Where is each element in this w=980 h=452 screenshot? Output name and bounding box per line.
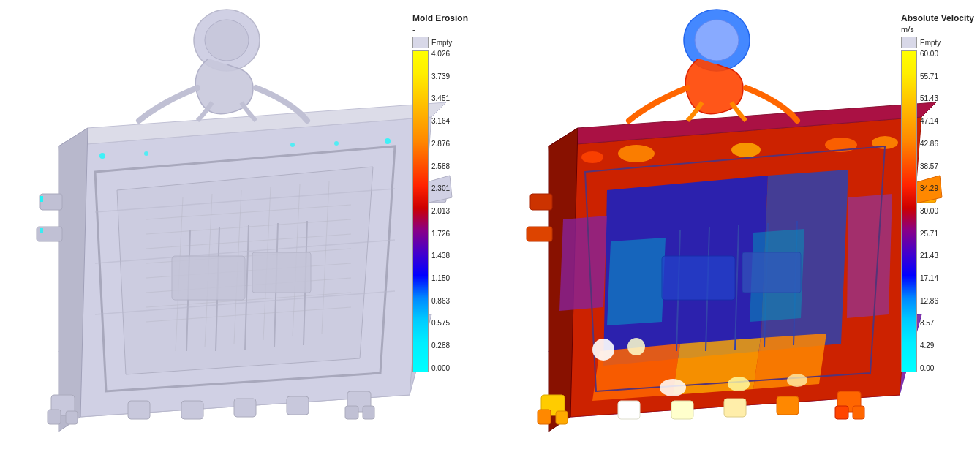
colorbar-label: 0.00 [920,365,938,372]
svg-rect-79 [530,194,552,210]
colorbar-label: 2.588 [431,163,450,170]
svg-point-45 [334,141,339,146]
colorbar-label: 60.00 [920,50,938,58]
left-empty-swatch [412,37,429,48]
svg-rect-93 [724,399,746,417]
svg-rect-80 [527,227,552,241]
colorbar-label: 1.438 [431,252,450,260]
right-empty-label: Empty [920,39,941,47]
svg-point-46 [385,138,391,144]
svg-marker-69 [559,216,607,311]
svg-point-6 [205,20,249,61]
right-colorbar-gradient [901,50,917,372]
svg-rect-33 [48,410,61,424]
colorbar-label: 38.57 [920,163,938,170]
svg-rect-90 [556,411,568,424]
colorbar-label: 25.71 [920,230,938,238]
svg-point-83 [592,339,614,361]
colorbar-label: 51.43 [920,95,938,102]
right-empty-box: Empty [901,37,941,48]
right-colorbar: Absolute Velocity m/s Empty 60.0055.7151… [901,13,974,372]
main-container: Mold Erosion - Empty 4.0263.7393.4513.16… [0,0,980,452]
colorbar-label: 4.026 [431,50,450,58]
svg-rect-40 [345,406,358,419]
svg-marker-98 [607,238,666,325]
svg-rect-49 [172,256,245,300]
svg-point-87 [787,374,807,387]
svg-point-62 [731,143,761,157]
svg-point-44 [290,143,295,147]
left-colorbar-labels: 4.0263.7393.4513.1642.8762.5882.3012.013… [429,50,450,372]
colorbar-label: 2.301 [431,185,450,192]
svg-point-61 [618,145,655,162]
svg-rect-37 [234,399,256,417]
right-colorbar-labels: 60.0055.7151.4347.1442.8638.5734.2930.00… [917,50,938,372]
colorbar-label: 2.013 [431,208,450,215]
left-colorbar-subtitle: - [412,25,415,34]
svg-point-84 [627,338,645,355]
colorbar-label: 0.863 [431,298,450,305]
colorbar-label: 1.726 [431,230,450,238]
svg-point-43 [144,151,148,156]
svg-point-72 [695,20,739,61]
svg-rect-97 [853,406,864,419]
colorbar-label: 12.86 [920,298,938,305]
svg-rect-34 [66,411,78,424]
svg-rect-28 [40,194,62,210]
colorbar-label: 2.876 [431,140,450,148]
colorbar-label: 3.739 [431,73,450,80]
colorbar-label: 3.164 [431,118,450,125]
colorbar-label: 34.29 [920,185,938,192]
svg-rect-96 [835,406,848,419]
right-colorbar-subtitle: m/s [901,25,914,34]
svg-rect-101 [742,252,801,293]
svg-rect-36 [181,401,203,419]
colorbar-label: 42.86 [920,140,938,148]
svg-rect-48 [40,228,43,233]
colorbar-label: 55.71 [920,73,938,80]
left-colorbar: Mold Erosion - Empty 4.0263.7393.4513.16… [412,13,468,372]
svg-rect-41 [363,406,374,419]
svg-point-86 [728,377,750,391]
svg-point-85 [660,379,686,396]
svg-rect-91 [618,401,640,419]
colorbar-label: 0.288 [431,342,450,350]
colorbar-label: 3.451 [431,95,450,102]
svg-rect-94 [777,396,799,415]
colorbar-label: 8.57 [920,320,938,327]
colorbar-label: 47.14 [920,118,938,125]
svg-rect-35 [128,401,150,419]
svg-rect-50 [252,252,311,293]
svg-point-42 [99,153,105,159]
svg-point-64 [581,151,603,163]
svg-rect-89 [538,410,551,424]
right-colorbar-title: Absolute Velocity [901,13,974,23]
svg-marker-70 [847,194,892,318]
right-panel: Absolute Velocity m/s Empty 60.0055.7151… [490,0,980,452]
colorbar-label: 4.29 [920,342,938,350]
colorbar-label: 30.00 [920,208,938,215]
colorbar-label: 17.14 [920,275,938,282]
colorbar-label: 0.000 [431,365,450,372]
svg-rect-47 [40,196,43,202]
colorbar-label: 0.575 [431,320,450,327]
left-empty-label: Empty [431,39,452,47]
svg-rect-100 [662,256,735,300]
left-colorbar-inner: 4.0263.7393.4513.1642.8762.5882.3012.013… [412,50,450,372]
right-empty-swatch [901,37,917,48]
colorbar-label: 1.150 [431,275,450,282]
left-empty-box: Empty [412,37,452,48]
left-panel: Mold Erosion - Empty 4.0263.7393.4513.16… [0,0,490,452]
left-colorbar-title: Mold Erosion [412,13,468,23]
svg-rect-92 [671,401,693,419]
svg-rect-38 [287,396,309,415]
left-colorbar-gradient [412,50,429,372]
right-colorbar-inner: 60.0055.7151.4347.1442.8638.5734.2930.00… [901,50,938,372]
colorbar-label: 21.43 [920,252,938,260]
